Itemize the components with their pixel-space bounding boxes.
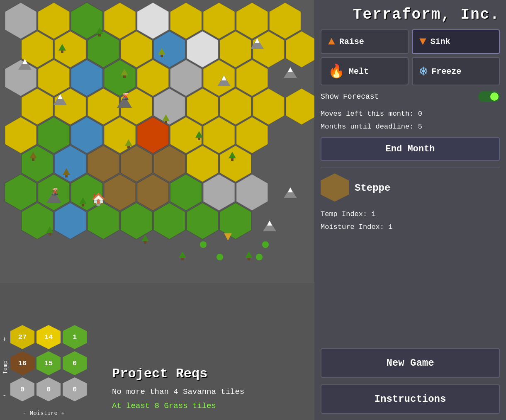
hex-grid[interactable]: 🌋🌋🏠▼	[0, 0, 314, 284]
grid-hex-r3c3[interactable]: 0	[63, 377, 87, 401]
right-panel: Terraform, Inc. ▲ Raise ▼ Sink 🔥 Melt ❄ …	[314, 0, 506, 420]
svg-rect-77	[161, 55, 163, 57]
svg-marker-23	[137, 60, 169, 96]
svg-marker-4	[104, 2, 136, 39]
svg-marker-6	[170, 2, 202, 39]
grid-hex-r3c1[interactable]: 0	[10, 377, 34, 401]
svg-rect-109	[127, 146, 130, 148]
svg-rect-75	[123, 75, 126, 78]
plus-temp-label: +	[2, 336, 7, 343]
months-until-stat: Months until deadline: 5	[321, 121, 500, 134]
svg-marker-35	[286, 88, 314, 125]
grid-hex-r2c2[interactable]: 15	[36, 351, 61, 375]
tile-name: Steppe	[355, 182, 390, 194]
svg-marker-14	[153, 31, 185, 68]
instructions-button[interactable]: Instructions	[321, 384, 500, 414]
svg-marker-47	[121, 146, 152, 182]
svg-marker-42	[203, 117, 235, 153]
svg-marker-57	[203, 174, 235, 211]
svg-marker-48	[153, 146, 185, 182]
svg-marker-51	[5, 174, 36, 211]
svg-marker-50	[220, 146, 251, 182]
svg-marker-29	[88, 88, 119, 125]
melt-button[interactable]: 🔥 Melt	[321, 57, 409, 85]
svg-marker-100	[245, 251, 253, 258]
svg-marker-34	[253, 88, 285, 125]
forecast-toggle[interactable]	[478, 91, 500, 102]
raise-icon: ▲	[328, 35, 335, 48]
svg-rect-99	[181, 258, 184, 260]
sink-button[interactable]: ▼ Sink	[412, 29, 500, 54]
forecast-row: Show Forecast	[321, 90, 500, 104]
svg-point-118	[200, 241, 207, 248]
svg-rect-87	[231, 158, 234, 161]
svg-marker-19	[5, 60, 36, 96]
svg-marker-46	[88, 146, 119, 182]
svg-point-117	[256, 254, 263, 260]
svg-rect-107	[165, 121, 167, 124]
svg-text:🏠: 🏠	[91, 192, 106, 206]
freeze-icon: ❄	[419, 63, 427, 80]
svg-text:🌋: 🌋	[121, 92, 129, 101]
svg-rect-89	[82, 204, 84, 206]
svg-marker-38	[71, 117, 102, 153]
svg-marker-45	[54, 146, 86, 182]
svg-marker-59	[22, 203, 53, 239]
game-title: Terraform, Inc.	[321, 6, 500, 23]
divider	[321, 167, 500, 168]
svg-marker-54	[104, 174, 136, 211]
project-reqs-title: Project Reqs	[112, 366, 303, 381]
svg-rect-101	[248, 258, 250, 260]
svg-marker-83	[288, 67, 293, 72]
svg-point-116	[217, 254, 223, 260]
selected-tile-panel: Steppe Temp Index: 1 Moisture Index: 1	[321, 173, 500, 233]
svg-marker-17	[253, 31, 285, 68]
svg-rect-105	[65, 175, 68, 177]
svg-marker-49	[187, 146, 218, 182]
grid-hex-r1c2[interactable]: 14	[36, 325, 61, 349]
game-stats: Moves left this month: 0 Months until de…	[321, 108, 500, 133]
moves-left-stat: Moves left this month: 0	[321, 108, 500, 121]
svg-marker-40	[137, 117, 169, 153]
raise-button[interactable]: ▲ Raise	[321, 29, 409, 54]
svg-marker-43	[236, 117, 268, 153]
svg-marker-55	[137, 174, 169, 211]
svg-marker-98	[179, 251, 186, 258]
svg-marker-39	[104, 117, 136, 153]
grid-hex-r2c1[interactable]: 16	[10, 351, 34, 375]
svg-marker-24	[170, 60, 202, 96]
end-month-button[interactable]: End Month	[321, 137, 500, 161]
minus-temp-label: -	[2, 392, 7, 399]
svg-marker-5	[137, 2, 169, 39]
svg-text:▼: ▼	[224, 229, 232, 245]
grid-hex-r2c3[interactable]: 0	[63, 351, 87, 375]
svg-marker-58	[236, 174, 268, 211]
new-game-button[interactable]: New Game	[321, 348, 500, 378]
svg-marker-12	[88, 31, 119, 68]
req2-text: At least 8 Grass tiles	[112, 401, 303, 412]
svg-marker-21	[71, 60, 102, 96]
svg-marker-2	[38, 2, 70, 39]
svg-marker-63	[153, 203, 185, 239]
svg-rect-67	[61, 51, 63, 53]
project-reqs-panel: Project Reqs No more than 4 Savanna tile…	[112, 366, 303, 412]
svg-marker-95	[288, 187, 293, 192]
game-map[interactable]: 🌋🌋🏠▼ + - Temp 27 14 1 16 15 0 0 0	[0, 0, 314, 420]
grid-hex-r1c3[interactable]: 1	[63, 325, 87, 349]
req1-text: No more than 4 Savanna tiles	[112, 386, 303, 398]
grid-hex-r1c1[interactable]: 27	[10, 325, 34, 349]
svg-marker-33	[220, 88, 251, 125]
svg-marker-20	[38, 60, 70, 96]
svg-marker-64	[187, 203, 218, 239]
svg-marker-37	[38, 117, 70, 153]
svg-marker-7	[203, 2, 235, 39]
svg-marker-36	[5, 117, 36, 153]
sink-icon: ▼	[419, 35, 426, 48]
melt-icon: 🔥	[328, 63, 345, 80]
svg-marker-31	[153, 88, 185, 125]
tile-preview	[321, 173, 349, 202]
svg-point-119	[262, 241, 269, 248]
freeze-button[interactable]: ❄ Freeze	[412, 57, 500, 85]
grid-hex-r3c2[interactable]: 0	[36, 377, 61, 401]
svg-marker-9	[269, 2, 301, 39]
